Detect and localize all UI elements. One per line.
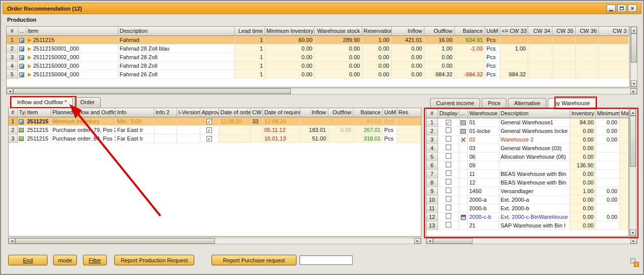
column-header[interactable]: CW 34 <box>528 27 552 35</box>
scroll-left-icon[interactable]: ◄ <box>426 238 433 244</box>
table-row[interactable]: 11 2000-b Ext. 2000-b 0.00 <box>426 204 629 212</box>
display-checkbox[interactable]: ✓ <box>446 120 451 125</box>
warehouse-cell[interactable]: 2000-b <box>467 204 499 212</box>
column-header[interactable]: Minimum <box>595 109 619 118</box>
row-number[interactable]: 3 <box>426 135 438 144</box>
row-number[interactable]: 1 <box>7 35 18 44</box>
column-header[interactable]: Date of order <box>219 108 250 117</box>
warehouse-cell[interactable]: 2000-c-b <box>467 212 499 221</box>
display-checkbox[interactable] <box>446 188 451 193</box>
display-checkbox[interactable] <box>446 196 451 202</box>
table-row[interactable]: 2 25112150001_000 Fahrrad 28 Zoll blau 1… <box>7 44 628 53</box>
end-button[interactable]: End <box>8 255 48 265</box>
scroll-left-icon[interactable]: ◄ <box>7 88 13 94</box>
table-row[interactable]: 5 25112150004_000 Fahrrad 26 Zoll 1 0.00… <box>7 70 628 78</box>
row-number[interactable]: 3 <box>7 53 18 61</box>
row-number[interactable]: 1 <box>426 118 438 126</box>
column-header[interactable]: Display <box>438 109 459 118</box>
column-header[interactable]: I-Version <box>177 108 200 117</box>
approved-checkbox[interactable]: ✓ <box>206 119 212 124</box>
item-cell[interactable]: 25112150002_000 <box>26 53 118 61</box>
item-cell[interactable]: 2511215 <box>25 134 51 143</box>
warehouse-cell[interactable]: 1450 <box>467 187 499 195</box>
warehouse-cell[interactable]: 12 <box>467 178 499 187</box>
column-header[interactable]: Info <box>115 108 154 117</box>
column-header[interactable]: Warehouse stock <box>314 27 362 35</box>
top-table-vscrollbar[interactable]: ▲ ▼ <box>630 26 637 87</box>
column-header[interactable]: # <box>426 109 438 118</box>
warehouse-cell[interactable]: 01-locke <box>467 126 499 135</box>
warehouse-cell[interactable]: 09 <box>467 161 499 169</box>
warehouse-table-vscrollbar[interactable]: ▲ ▼ <box>629 109 636 237</box>
column-header[interactable]: # <box>7 27 18 35</box>
column-header[interactable]: Lead time <box>234 27 265 35</box>
column-header[interactable]: Approved <box>200 108 219 117</box>
table-row[interactable]: 1 ✓ 01 General Warehouse1 84.00 0.00 <box>426 118 629 126</box>
column-header[interactable]: CW 3 <box>598 27 628 35</box>
top-table-hscrollbar[interactable]: ◄ ► <box>6 88 637 95</box>
scroll-up-icon[interactable]: ▲ <box>630 109 636 116</box>
table-row[interactable]: 9 1450 Versandlager 1.00 0.00 <box>426 187 629 195</box>
column-header[interactable]: CW <box>250 108 263 117</box>
item-cell[interactable]: 25112150003_000 <box>26 61 118 70</box>
table-row[interactable]: 1 2511215 Minimum Inventory Min.: 0.00 ✓… <box>9 117 421 125</box>
display-checkbox[interactable] <box>446 153 451 159</box>
column-header[interactable]: Typ <box>17 108 25 117</box>
table-row[interactable]: 8 12 BEAS Warehouse with Bin 0.00 <box>426 178 629 187</box>
column-header[interactable]: ... <box>18 27 26 35</box>
column-header[interactable]: ... <box>459 109 467 118</box>
column-header[interactable]: Ma <box>619 109 629 118</box>
display-checkbox[interactable] <box>446 222 451 227</box>
column-header[interactable]: Outflow <box>328 108 353 117</box>
row-number[interactable]: 5 <box>426 152 438 161</box>
display-checkbox[interactable] <box>446 213 451 219</box>
row-number[interactable]: 6 <box>426 161 438 169</box>
column-header[interactable]: Item <box>25 108 51 117</box>
table-row[interactable]: 3 02 Warehouse 2 0.00 0.00 <box>426 135 629 144</box>
table-row[interactable]: 2 01-locke General Warehouses locke 0.00… <box>426 126 629 135</box>
display-checkbox[interactable] <box>446 145 451 150</box>
maximize-button[interactable] <box>617 5 626 12</box>
approved-checkbox[interactable]: ✓ <box>206 136 212 142</box>
link-arrow-icon[interactable] <box>28 38 31 42</box>
display-checkbox[interactable] <box>446 162 451 167</box>
display-checkbox[interactable] <box>446 170 451 176</box>
column-header[interactable]: Warehouse <box>467 109 499 118</box>
row-number[interactable]: 9 <box>426 187 438 195</box>
column-header[interactable]: UoM <box>485 27 500 35</box>
close-button[interactable]: × <box>628 5 637 12</box>
scroll-down-icon[interactable]: ▼ <box>631 80 637 87</box>
column-header[interactable]: # <box>9 108 17 117</box>
column-header[interactable]: CW 35 <box>552 27 575 35</box>
row-number[interactable]: 2 <box>426 126 438 135</box>
link-arrow-icon[interactable] <box>28 56 31 60</box>
link-arrow-icon[interactable] <box>28 64 31 68</box>
minimize-button[interactable] <box>607 5 616 12</box>
column-header[interactable]: Item <box>26 27 118 35</box>
warehouse-cell[interactable]: 21 <box>467 221 499 230</box>
scroll-left-icon[interactable]: ◄ <box>9 238 15 244</box>
display-checkbox[interactable] <box>446 179 451 185</box>
tab-inflow-and-outflow[interactable]: Inflow and Outflow * <box>11 97 73 108</box>
window-titlebar[interactable]: Order Recommendation (12) × <box>3 3 641 14</box>
scroll-right-icon[interactable]: ► <box>630 238 637 244</box>
row-number[interactable]: 7 <box>426 169 438 178</box>
table-row[interactable]: 1 2511215 Fahrrad 1 60.00 289.90 1.00 42… <box>7 35 628 44</box>
table-row[interactable]: 7 11 BEAS Warehouse with Bin 0.00 <box>426 169 629 178</box>
table-row[interactable]: 10 2000-a Ext. 2000-a 0.00 0.00 <box>426 195 629 204</box>
scroll-down-icon[interactable]: ▼ <box>630 230 636 236</box>
row-number[interactable]: 5 <box>7 70 18 78</box>
row-number[interactable]: 4 <box>426 144 438 152</box>
column-header[interactable]: Description <box>118 27 234 35</box>
tab-by-warehouse[interactable]: by Warehouse <box>548 98 596 109</box>
approved-checkbox[interactable]: ✓ <box>206 127 212 133</box>
warehouse-cell[interactable]: 11 <box>467 169 499 178</box>
scroll-up-icon[interactable]: ▲ <box>631 27 637 33</box>
table-row[interactable]: 3 25112150002_000 Fahrrad 28 Zoll 1 0.00… <box>7 53 628 61</box>
row-number[interactable]: 10 <box>426 195 438 204</box>
row-number[interactable]: 12 <box>426 212 438 221</box>
row-number[interactable]: 8 <box>426 178 438 187</box>
link-arrow-icon[interactable] <box>28 47 31 51</box>
row-number[interactable]: 2 <box>9 125 17 134</box>
table-row[interactable]: 13 21 SAP Warehouse with Bin I 0.00 <box>426 221 629 230</box>
